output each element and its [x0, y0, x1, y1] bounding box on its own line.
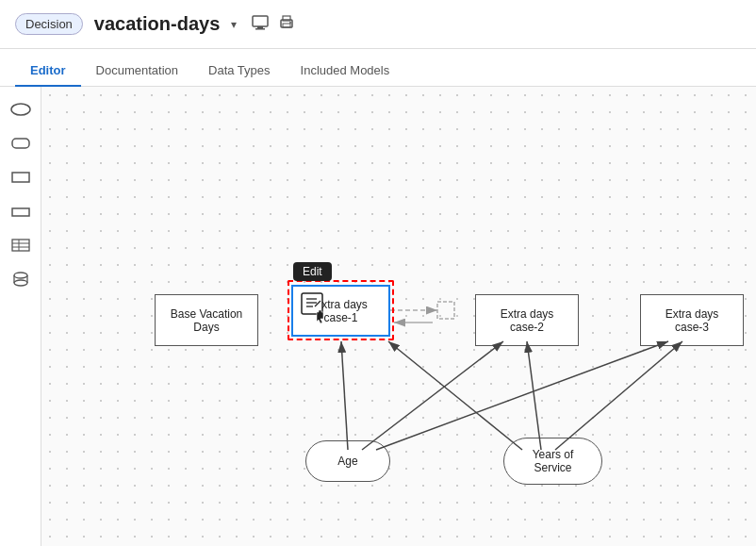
monitor-icon[interactable] — [252, 15, 269, 34]
node-years-of-service[interactable]: Years ofService — [503, 438, 602, 485]
svg-line-22 — [362, 341, 503, 450]
decision-badge: Decision — [15, 13, 83, 35]
tab-editor[interactable]: Editor — [15, 56, 81, 87]
svg-line-23 — [376, 341, 668, 450]
cylinder-tool[interactable] — [6, 264, 36, 294]
canvas[interactable]: Base VacationDays Extra dayscase-1 Edit — [41, 87, 756, 546]
oval-tool[interactable] — [6, 94, 36, 124]
tab-documentation[interactable]: Documentation — [81, 56, 193, 87]
rect-alt-tool[interactable] — [6, 196, 36, 226]
node-extra-days-1[interactable]: Extra dayscase-1 — [291, 285, 390, 337]
svg-line-21 — [341, 341, 348, 450]
tab-data-types[interactable]: Data Types — [193, 56, 286, 87]
node-base-vacation-days[interactable]: Base VacationDays — [155, 294, 258, 346]
tab-included-models[interactable]: Included Models — [286, 56, 405, 87]
edit-tooltip: Edit — [293, 262, 332, 281]
svg-point-18 — [14, 280, 27, 286]
svg-line-26 — [555, 341, 682, 450]
svg-rect-2 — [255, 28, 265, 30]
tabs: Editor Documentation Data Types Included… — [0, 49, 756, 87]
svg-point-6 — [289, 22, 291, 24]
node-extra-days-3[interactable]: Extra dayscase-3 — [640, 294, 744, 346]
rounded-rect-tool[interactable] — [6, 128, 36, 158]
svg-rect-1 — [257, 26, 263, 28]
svg-rect-8 — [12, 139, 29, 148]
header: Decision vacation-days ▾ — [0, 0, 756, 49]
svg-rect-0 — [253, 16, 268, 26]
table-tool[interactable] — [6, 230, 36, 260]
svg-rect-28 — [437, 302, 454, 319]
svg-rect-9 — [12, 173, 29, 182]
svg-rect-11 — [12, 240, 29, 251]
main: Base VacationDays Extra dayscase-1 Edit — [0, 87, 756, 546]
rect-tool[interactable] — [6, 162, 36, 192]
svg-point-15 — [14, 273, 27, 278]
svg-rect-10 — [12, 208, 29, 216]
title-text: vacation-days — [94, 13, 220, 35]
node-age[interactable]: Age — [305, 440, 390, 482]
toolbar — [0, 87, 41, 546]
svg-line-25 — [527, 341, 541, 450]
svg-line-24 — [388, 341, 522, 450]
dropdown-icon[interactable]: ▾ — [231, 18, 237, 31]
node-extra-days-2[interactable]: Extra dayscase-2 — [475, 294, 579, 346]
header-icons — [252, 15, 295, 34]
svg-point-7 — [11, 104, 30, 115]
print-icon[interactable] — [278, 15, 295, 34]
